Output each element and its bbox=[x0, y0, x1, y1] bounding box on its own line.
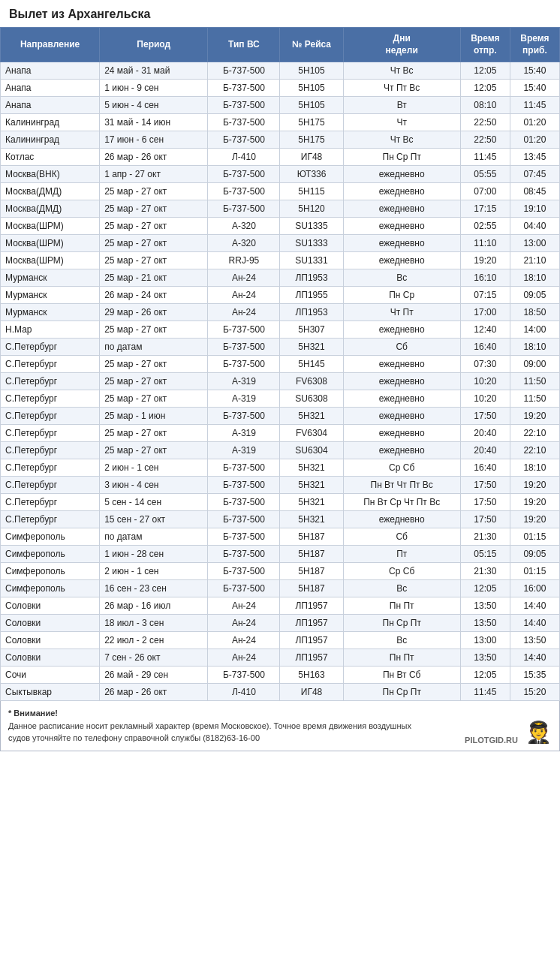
table-header-row: Направление Период Тип ВС № Рейса Днинед… bbox=[1, 28, 560, 62]
cell-flight: 5Н105 bbox=[280, 97, 343, 114]
cell-period: 25 мар - 1 июн bbox=[100, 408, 208, 425]
cell-flight: ЛП1957 bbox=[280, 632, 343, 649]
cell-dir: Симферополь bbox=[1, 528, 100, 546]
cell-dep: 20:40 bbox=[460, 425, 510, 442]
cell-dep: 10:20 bbox=[460, 373, 510, 390]
table-row: Н.Мар25 мар - 27 октБ-737-5005Н307ежедне… bbox=[1, 321, 560, 339]
cell-arr: 08:45 bbox=[510, 183, 559, 200]
cell-ac: Б-737-500 bbox=[208, 580, 280, 597]
cell-days: ежедневно bbox=[343, 200, 460, 218]
cell-arr: 01:20 bbox=[510, 114, 559, 131]
cell-days: Пн Ср bbox=[343, 287, 460, 304]
cell-days: Сб bbox=[343, 528, 460, 546]
cell-period: 7 сен - 26 окт bbox=[100, 649, 208, 667]
cell-arr: 18:10 bbox=[510, 339, 559, 356]
cell-dep: 12:05 bbox=[460, 62, 510, 80]
cell-period: 24 май - 31 май bbox=[100, 62, 208, 80]
cell-flight: 5Н187 bbox=[280, 528, 343, 546]
cell-period: по датам bbox=[100, 339, 208, 356]
table-row: Анапа24 май - 31 майБ-737-5005Н105Чт Вс1… bbox=[1, 62, 560, 80]
cell-dir: Мурманск bbox=[1, 304, 100, 321]
cell-arr: 11:45 bbox=[510, 97, 559, 114]
cell-dep: 11:10 bbox=[460, 235, 510, 252]
cell-ac: Б-737-500 bbox=[208, 183, 280, 200]
cell-period: 16 сен - 23 сен bbox=[100, 580, 208, 597]
cell-ac: Ан-24 bbox=[208, 615, 280, 632]
cell-dir: С.Петербург bbox=[1, 425, 100, 442]
cell-arr: 18:10 bbox=[510, 459, 559, 477]
cell-flight: SU1335 bbox=[280, 218, 343, 235]
cell-dep: 16:10 bbox=[460, 269, 510, 287]
cell-ac: Б-737-500 bbox=[208, 511, 280, 528]
cell-ac: Б-737-500 bbox=[208, 114, 280, 131]
table-row: Симферополь2 июн - 1 сенБ-737-5005Н187Ср… bbox=[1, 563, 560, 580]
cell-days: Пн Вт Сб bbox=[343, 667, 460, 684]
cell-dir: С.Петербург bbox=[1, 511, 100, 528]
cell-dir: Сочи bbox=[1, 667, 100, 684]
cell-arr: 19:20 bbox=[510, 408, 559, 425]
cell-dep: 05:15 bbox=[460, 546, 510, 563]
pilot-icon: 🧑‍✈️ bbox=[525, 720, 552, 745]
table-row: С.Петербург15 сен - 27 октБ-737-5005Н321… bbox=[1, 511, 560, 528]
cell-flight: SU6304 bbox=[280, 442, 343, 459]
cell-period: 1 июн - 28 сен bbox=[100, 546, 208, 563]
cell-ac: Ан-24 bbox=[208, 649, 280, 667]
cell-flight: SU1333 bbox=[280, 235, 343, 252]
table-row: С.Петербург25 мар - 27 октА-319FV6308еже… bbox=[1, 373, 560, 390]
cell-dep: 13:50 bbox=[460, 649, 510, 667]
cell-dir: Москва(ВНК) bbox=[1, 166, 100, 183]
cell-ac: Б-737-500 bbox=[208, 321, 280, 339]
cell-days: Чт Пт bbox=[343, 304, 460, 321]
cell-dep: 12:05 bbox=[460, 667, 510, 684]
cell-ac: А-319 bbox=[208, 425, 280, 442]
cell-days: Пн Пт bbox=[343, 649, 460, 667]
cell-arr: 15:35 bbox=[510, 667, 559, 684]
cell-days: ежедневно bbox=[343, 425, 460, 442]
schedule-table: Направление Период Тип ВС № Рейса Днинед… bbox=[0, 27, 560, 701]
cell-dir: Котлас bbox=[1, 149, 100, 166]
cell-ac: Б-737-500 bbox=[208, 459, 280, 477]
cell-period: 25 мар - 27 окт bbox=[100, 442, 208, 459]
cell-ac: Л-410 bbox=[208, 684, 280, 701]
cell-flight: ЛП1957 bbox=[280, 615, 343, 632]
cell-period: 25 мар - 27 окт bbox=[100, 200, 208, 218]
table-row: Мурманск25 мар - 21 октАн-24ЛП1953Вс16:1… bbox=[1, 269, 560, 287]
cell-period: 26 мар - 26 окт bbox=[100, 149, 208, 166]
cell-dep: 07:00 bbox=[460, 183, 510, 200]
cell-days: Вт bbox=[343, 97, 460, 114]
footer-text: * Внимание! Данное расписание носит рекл… bbox=[8, 707, 429, 745]
cell-days: Пн Ср Пт bbox=[343, 149, 460, 166]
col-header-dir: Направление bbox=[1, 28, 100, 62]
cell-period: 25 мар - 27 окт bbox=[100, 321, 208, 339]
cell-dep: 20:40 bbox=[460, 442, 510, 459]
cell-arr: 18:50 bbox=[510, 304, 559, 321]
cell-arr: 19:10 bbox=[510, 200, 559, 218]
cell-flight: FV6308 bbox=[280, 373, 343, 390]
cell-days: ежедневно bbox=[343, 252, 460, 269]
table-row: С.Петербург25 мар - 1 июнБ-737-5005Н321е… bbox=[1, 408, 560, 425]
cell-dep: 12:40 bbox=[460, 321, 510, 339]
cell-dep: 16:40 bbox=[460, 339, 510, 356]
cell-period: 5 июн - 4 сен bbox=[100, 97, 208, 114]
cell-dep: 13:50 bbox=[460, 597, 510, 615]
cell-dir: Симферополь bbox=[1, 580, 100, 597]
table-body: Анапа24 май - 31 майБ-737-5005Н105Чт Вс1… bbox=[1, 62, 560, 701]
cell-flight: 5Н187 bbox=[280, 563, 343, 580]
cell-flight: ИГ48 bbox=[280, 684, 343, 701]
cell-arr: 01:15 bbox=[510, 563, 559, 580]
cell-days: Чт Вс bbox=[343, 131, 460, 149]
cell-flight: 5Н187 bbox=[280, 546, 343, 563]
cell-dir: Анапа bbox=[1, 80, 100, 97]
cell-ac: Ан-24 bbox=[208, 304, 280, 321]
cell-period: 25 мар - 27 окт bbox=[100, 218, 208, 235]
col-header-dep: Времяотпр. bbox=[460, 28, 510, 62]
cell-dir: Калининград bbox=[1, 114, 100, 131]
table-row: Калининград17 июн - 6 сенБ-737-5005Н175Ч… bbox=[1, 131, 560, 149]
cell-flight: 5Н175 bbox=[280, 114, 343, 131]
cell-ac: Л-410 bbox=[208, 149, 280, 166]
cell-dir: С.Петербург bbox=[1, 373, 100, 390]
cell-dir: Москва(ШРМ) bbox=[1, 218, 100, 235]
cell-flight: 5Н307 bbox=[280, 321, 343, 339]
cell-days: ежедневно bbox=[343, 390, 460, 408]
cell-dir: Калининград bbox=[1, 131, 100, 149]
